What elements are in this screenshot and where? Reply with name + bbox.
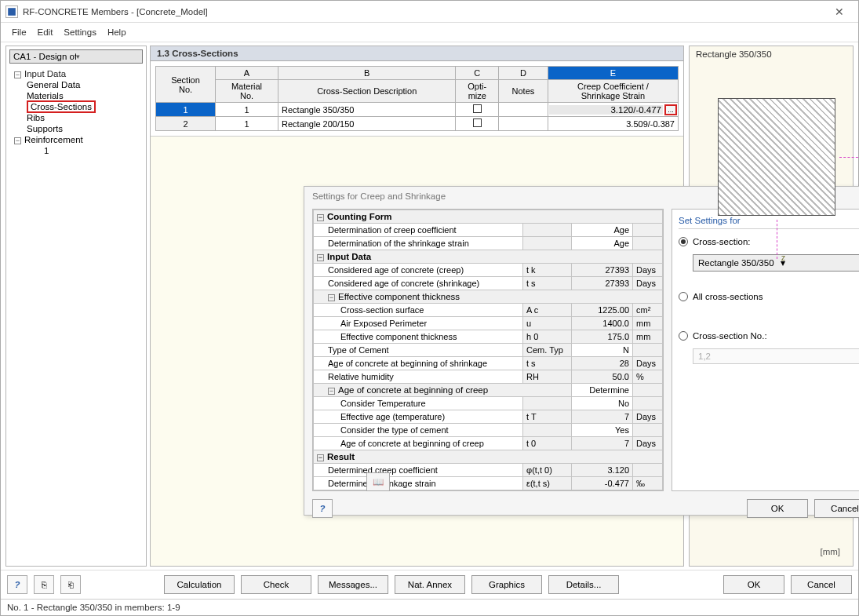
col-optimize[interactable]: Opti- mize	[456, 80, 499, 103]
check-button[interactable]: Check	[241, 575, 311, 594]
cell-material-no[interactable]: 1	[216, 103, 278, 117]
cat-result: −Result	[314, 450, 663, 464]
cell-optimize[interactable]	[456, 103, 499, 117]
cat-eff-thickness: −Effective component thickness	[314, 290, 663, 304]
sidebar: CA1 - Design of concrete memb ▾ −Input D…	[5, 46, 147, 567]
calculation-button[interactable]: Calculation	[164, 575, 235, 594]
details-button[interactable]: Details...	[548, 575, 619, 594]
table-row[interactable]: 1 1 Rectangle 350/350 3.120/-0.477 ...	[156, 103, 679, 117]
col-letter-a[interactable]: A	[216, 67, 278, 80]
menu-settings[interactable]: Settings	[59, 26, 101, 38]
settings-table[interactable]: −Counting Form Determination of creep co…	[312, 209, 664, 491]
col-material-no[interactable]: Material No.	[216, 80, 278, 103]
close-icon[interactable]: ✕	[825, 2, 854, 21]
preview-title: Rectangle 350/350	[690, 46, 853, 62]
row-label[interactable]: Air Exposed Perimeter	[314, 317, 523, 330]
row-label[interactable]: Consider Temperature	[314, 397, 523, 410]
tree-general-data[interactable]: General Data	[9, 79, 143, 90]
col-section-no[interactable]: Section No.	[156, 67, 216, 103]
help-button[interactable]: ?	[7, 575, 27, 594]
nat-annex-button[interactable]: Nat. Annex	[395, 575, 465, 594]
radio-icon	[679, 331, 688, 341]
col-letter-c[interactable]: C	[456, 67, 499, 80]
tree-cross-sections[interactable]: Cross-Sections	[9, 101, 143, 112]
cell-creep[interactable]: 3.509/-0.387	[548, 117, 678, 131]
section-shape	[718, 98, 835, 216]
checkbox-icon[interactable]	[473, 118, 482, 127]
col-notes[interactable]: Notes	[499, 80, 548, 103]
cell-description[interactable]: Rectangle 200/150	[278, 117, 456, 131]
tree-reinforcement[interactable]: −Reinforcement	[9, 134, 143, 145]
tree-materials[interactable]: Materials	[9, 90, 143, 101]
col-letter-b[interactable]: B	[278, 67, 456, 80]
creep-value: 3.120/-0.477	[549, 105, 663, 115]
col-creep[interactable]: Creep Coefficient / Shrinkage Strain	[548, 80, 678, 103]
cross-sections-table[interactable]: Section No. A B C D E Material No. Cross…	[155, 66, 679, 131]
dialog-help-button[interactable]: ?	[312, 499, 333, 518]
export-button[interactable]: ⎘	[34, 575, 54, 594]
menu-bar: File Edit Settings Help	[1, 23, 858, 42]
case-selector[interactable]: CA1 - Design of concrete memb ▾	[9, 49, 143, 64]
cat-counting: −Counting Form	[314, 210, 663, 224]
messages-button[interactable]: Messages...	[318, 575, 388, 594]
cancel-button[interactable]: Cancel	[791, 575, 852, 594]
row-label[interactable]: Age of concrete at beginning of shrinkag…	[314, 357, 523, 370]
axis-z	[777, 220, 777, 259]
nav-tree: −Input Data General Data Materials Cross…	[6, 67, 146, 566]
cell-creep[interactable]: 3.120/-0.477 ...	[548, 103, 678, 117]
row-label[interactable]: Consider the type of cement	[314, 424, 523, 437]
row-label[interactable]: Determined shrinkage strain	[314, 477, 523, 490]
main-pane: 1.3 Cross-Sections Section No. A B C D E…	[150, 46, 684, 567]
preview-canvas: [mm]	[694, 67, 848, 561]
menu-file[interactable]: File	[7, 26, 31, 38]
row-label[interactable]: Determined creep coefficient	[314, 464, 523, 477]
menu-help[interactable]: Help	[103, 26, 131, 38]
row-label[interactable]: Type of Cement	[314, 344, 523, 357]
row-label[interactable]: Effective component thickness	[314, 330, 523, 344]
row-label[interactable]: Cross-section surface	[314, 304, 523, 317]
cell-description[interactable]: Rectangle 350/350	[278, 103, 456, 117]
book-icon: 📖	[373, 476, 384, 487]
cell-section-no[interactable]: 2	[156, 117, 216, 131]
chevron-down-icon: ▾	[76, 53, 139, 60]
tree-supports[interactable]: Supports	[9, 123, 143, 134]
cell-optimize[interactable]	[456, 117, 499, 131]
cat-input: −Input Data	[314, 250, 663, 264]
tree-ribs[interactable]: Ribs	[9, 112, 143, 123]
menu-edit[interactable]: Edit	[33, 26, 58, 38]
col-letter-d[interactable]: D	[499, 67, 548, 80]
tree-reinforcement-1[interactable]: 1	[9, 145, 143, 156]
row-label[interactable]: Determination of creep coefficient	[314, 224, 523, 237]
ok-button[interactable]: OK	[723, 575, 784, 594]
checkbox-icon[interactable]	[473, 104, 482, 113]
svg-rect-0	[8, 8, 16, 16]
bottom-toolbar: ? ⎘ ⎗ Calculation Check Messages... Nat.…	[1, 570, 858, 599]
col-description[interactable]: Cross-Section Description	[278, 80, 456, 103]
cat-age-creep: −Age of concrete at beginning of creep	[314, 384, 572, 397]
graphics-button[interactable]: Graphics	[471, 575, 542, 594]
row-label[interactable]: Effective age (temperature)	[314, 410, 523, 424]
radio-icon	[679, 292, 688, 301]
row-label[interactable]: Relative humidity	[314, 370, 523, 384]
row-label[interactable]: Age of concrete at beginning of creep	[314, 437, 523, 450]
col-letter-e[interactable]: E	[548, 67, 678, 80]
creep-edit-button[interactable]: ...	[664, 104, 677, 115]
tree-root[interactable]: −Input Data	[9, 68, 143, 79]
case-selector-label: CA1 - Design of concrete memb	[13, 52, 76, 61]
axis-y	[839, 157, 859, 158]
status-bar: No. 1 - Rectangle 350/350 in members: 1-…	[1, 599, 858, 615]
cell-notes[interactable]	[499, 117, 548, 131]
app-window: RF-CONCRETE Members - [Concrete_Model] ✕…	[0, 0, 859, 616]
row-label[interactable]: Determination of the shrinkage strain	[314, 237, 523, 250]
preview-unit: [mm]	[820, 547, 840, 556]
cell-material-no[interactable]: 1	[216, 117, 278, 131]
table-row[interactable]: 2 1 Rectangle 200/150 3.509/-0.387	[156, 117, 679, 131]
preview-panel: Rectangle 350/350 [mm]	[689, 46, 854, 567]
cell-notes[interactable]	[499, 103, 548, 117]
library-button[interactable]: 📖	[366, 472, 390, 491]
row-label[interactable]: Considered age of concrete (shrinkage)	[314, 277, 523, 290]
cell-section-no[interactable]: 1	[156, 103, 216, 117]
window-title: RF-CONCRETE Members - [Concrete_Model]	[23, 7, 825, 16]
import-button[interactable]: ⎗	[60, 575, 81, 594]
row-label[interactable]: Considered age of concrete (creep)	[314, 264, 523, 277]
